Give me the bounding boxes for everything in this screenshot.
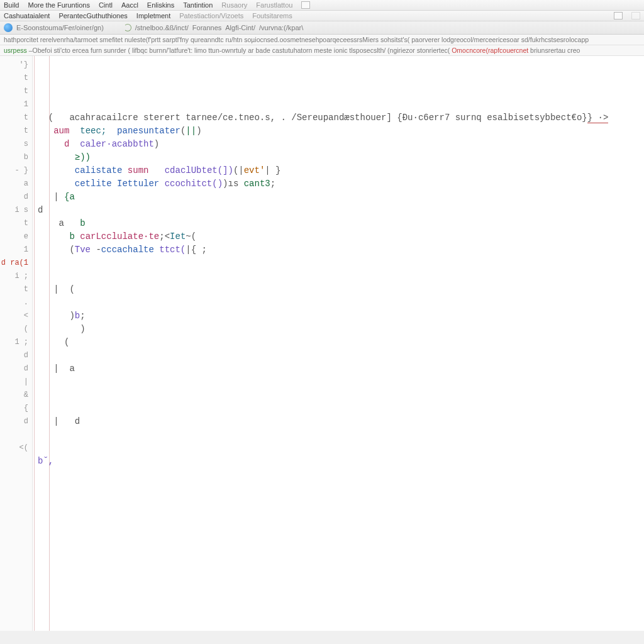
menu-item[interactable]: Enliskins [147,1,174,9]
breadcrumb[interactable]: Forannes [192,24,221,31]
code-line[interactable]: | ( [38,283,644,296]
code-area[interactable]: ( acahracailcre sterert tarnee/ce.tneo.s… [33,56,644,631]
menu-item[interactable]: Foutsitarems [252,12,292,19]
code-line[interactable] [38,257,644,270]
gutter-line: d [0,349,28,362]
gutter-line: d [0,415,28,428]
token: {a [59,192,75,202]
code-line[interactable]: ( [38,336,644,349]
code-line[interactable]: (Tve -cccachalte ttct(|{ ; [38,243,644,257]
reload-icon[interactable] [124,24,131,31]
token: | a [38,364,75,374]
code-line[interactable] [38,296,644,309]
code-line[interactable]: | {a [38,191,644,204]
gutter-line: s [0,138,28,151]
code-line[interactable]: b carLcclulate·te;<Iet~( [38,230,644,243]
panel-icon[interactable] [614,12,623,19]
menu-item[interactable]: More the Furuntions [28,1,89,9]
token: panesuntater [117,126,180,136]
gutter-line: d ra(1 [0,257,28,270]
code-line[interactable]: a b [38,217,644,230]
token: acahracailcre sterert tarnee/ce.tneo.s, … [69,113,587,123]
code-line[interactable]: | a [38,362,644,375]
token [154,245,159,255]
code-line[interactable] [38,441,644,455]
token: ~( [186,231,196,242]
menu-item[interactable]: Impletment [136,12,170,19]
token [38,152,75,162]
menu-item[interactable]: Patestiaction/Vizoets [179,12,243,19]
panel-icon[interactable] [631,12,640,19]
gutter-line: < [0,309,28,323]
token: cetlite [75,179,112,189]
token: | } [265,165,280,175]
gutter-line: t [0,85,28,98]
token: ccochitct() [165,179,223,189]
token: | [38,192,59,202]
address-url[interactable]: E-Soonstouma/Fer/oiner/gn) [16,24,104,31]
token: ; [80,311,85,321]
menu-item[interactable]: Aaccl [121,1,138,9]
token: teec; [80,126,106,136]
breadcrumb[interactable]: /stnelboo.&ß/inct/ [135,24,189,31]
token [38,126,53,136]
menu-item[interactable]: Cashuataialent [4,12,50,19]
code-editor[interactable]: '}tt1ttsb- }adi ste1d ra(1i ;t.<(1 ;dd|&… [0,56,644,631]
token: ≥)) [75,152,96,162]
status-label: usrpess [4,47,27,54]
menu-item[interactable]: Tantintion [183,1,213,9]
token: ) [38,311,75,321]
token: carLcclulate·te [80,231,159,242]
token: aum [53,126,69,136]
code-line[interactable]: )b; [38,309,644,323]
code-line[interactable] [38,375,644,389]
token: b [69,231,74,242]
token: ( [38,113,69,123]
gutter-line: 1 [0,98,28,111]
overflow-icon[interactable] [301,1,310,9]
code-line[interactable] [38,481,644,494]
menu-item[interactable]: PerantecGuthuthiones [58,12,127,19]
code-line[interactable]: d [38,204,644,217]
code-line[interactable] [38,494,644,508]
menu-item[interactable]: Farustlattou [256,1,292,9]
menu-item[interactable]: Cintl [99,1,113,9]
menu-item[interactable]: Build [4,1,19,9]
code-line[interactable] [38,402,644,415]
breadcrumb[interactable]: /vurvna:(/kpar\ [259,24,303,31]
code-line[interactable] [38,270,644,283]
token: ; [270,179,275,189]
token: )ıs [223,179,244,189]
code-line[interactable]: calistate sumn cdaclUbtet(])(|evt'| } [38,164,644,177]
token: a [38,218,80,228]
gutter-line: & [0,389,28,402]
menu-bar-secondary: Cashuataialent PerantecGuthuthiones Impl… [0,11,644,21]
code-line[interactable]: ) [38,323,644,336]
token: Iet [170,231,186,242]
code-line[interactable]: ≥)) [38,151,644,164]
token [159,179,164,189]
gutter-line: 1 ; [0,336,28,349]
address-bar: E-Soonstouma/Fer/oiner/gn) /stnelboo.&ß/… [0,21,644,35]
breadcrumb[interactable]: Algfi-Cint/ [225,24,255,31]
token: ttct( [159,245,186,255]
menu-item[interactable]: Rusaory [221,1,247,9]
code-line[interactable]: ( acahracailcre sterert tarnee/ce.tneo.s… [38,111,644,125]
token: cant3 [244,179,270,189]
code-line[interactable] [38,389,644,402]
code-line[interactable]: d caler·acabbtht) [38,138,644,151]
token [69,139,80,149]
code-line[interactable] [38,428,644,441]
code-line[interactable]: cetlite Iettuler ccochitct())ıs cant3; [38,177,644,191]
indent-guide [34,56,35,631]
code-line[interactable]: b˘, [38,455,644,468]
token: b [75,311,80,321]
code-line[interactable] [38,349,644,362]
code-line[interactable] [38,468,644,481]
info-text: hathporcitet rerelvenrha/tarmoet smefite… [4,36,589,43]
token [148,165,164,175]
code-line[interactable]: | d [38,415,644,428]
gutter-line: b [0,151,28,164]
token [38,165,75,175]
code-line[interactable]: aum teec; panesuntater(||) [38,125,644,138]
